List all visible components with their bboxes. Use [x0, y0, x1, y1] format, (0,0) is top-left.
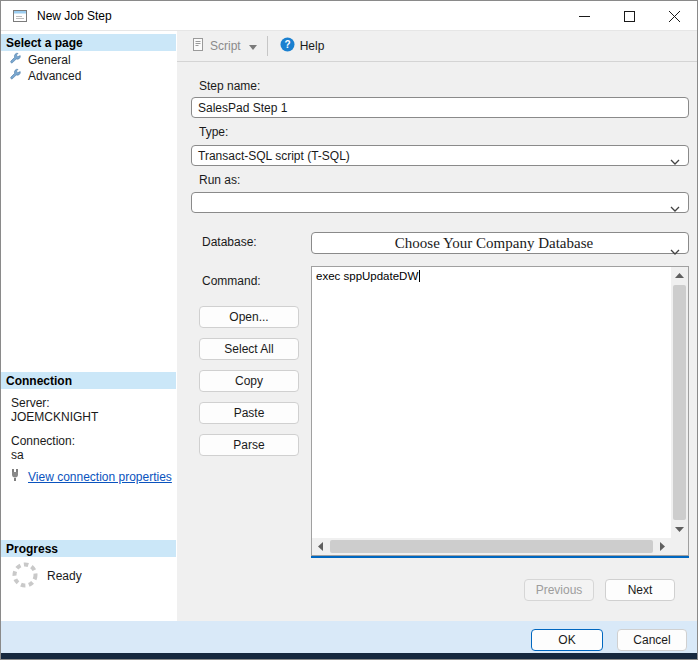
close-button[interactable]	[652, 1, 697, 31]
run-as-label: Run as:	[199, 173, 240, 187]
command-textarea[interactable]: exec sppUpdateDW	[311, 266, 689, 556]
script-dropdown-caret-icon[interactable]	[249, 39, 257, 53]
chevron-down-icon	[670, 154, 680, 168]
type-dropdown[interactable]: Transact-SQL script (T-SQL)	[191, 145, 689, 166]
step-name-input[interactable]	[191, 97, 689, 118]
script-button[interactable]: Script	[187, 34, 261, 58]
horizontal-scrollbar[interactable]	[312, 538, 671, 555]
connection-properties-icon	[9, 468, 23, 485]
command-focus-underline	[311, 556, 689, 558]
wrench-icon	[9, 52, 22, 68]
progress-header: Progress	[1, 540, 176, 557]
copy-button[interactable]: Copy	[199, 370, 299, 392]
scrollbar-corner	[671, 538, 688, 555]
connection-label: Connection:	[11, 434, 75, 448]
chevron-down-icon	[670, 242, 680, 259]
step-name-label: Step name:	[199, 79, 260, 93]
script-icon	[191, 37, 205, 55]
horizontal-scrollbar-thumb[interactable]	[330, 540, 653, 553]
select-all-button[interactable]: Select All	[199, 338, 299, 360]
sidebar-item-general[interactable]: General	[1, 52, 176, 68]
text-cursor	[419, 270, 420, 282]
svg-text:?: ?	[284, 39, 290, 50]
sidebar-item-advanced[interactable]: Advanced	[1, 68, 176, 84]
dialog-icon	[12, 8, 28, 24]
help-label: Help	[300, 39, 325, 53]
chevron-down-icon	[670, 201, 680, 215]
view-connection-properties-link[interactable]: View connection properties	[28, 470, 172, 484]
minimize-button[interactable]	[562, 1, 607, 31]
sidebar: Select a page General Advanced Connectio…	[1, 31, 177, 621]
window-title: New Job Step	[37, 9, 112, 23]
scroll-right-arrow-icon[interactable]	[654, 538, 671, 555]
database-label: Database:	[202, 235, 257, 249]
database-dropdown[interactable]: Choose Your Company Database	[311, 232, 689, 254]
window-controls	[562, 1, 697, 31]
view-connection-properties-row: View connection properties	[9, 468, 172, 485]
vertical-scrollbar-thumb[interactable]	[673, 285, 686, 520]
paste-button[interactable]: Paste	[199, 402, 299, 424]
vertical-scrollbar[interactable]	[671, 267, 688, 538]
sidebar-item-label: Advanced	[28, 69, 81, 83]
run-as-dropdown[interactable]	[191, 192, 689, 213]
scroll-left-arrow-icon[interactable]	[312, 538, 329, 555]
title-bar: New Job Step	[1, 1, 697, 31]
open-button[interactable]: Open...	[199, 306, 299, 328]
bottom-accent-strip	[1, 653, 697, 660]
server-value: JOEMCKNIGHT	[11, 410, 98, 424]
progress-spinner-icon	[11, 561, 39, 592]
toolbar-separator	[267, 36, 268, 56]
parse-button[interactable]: Parse	[199, 434, 299, 456]
help-icon: ?	[280, 37, 295, 55]
connection-header: Connection	[1, 372, 176, 389]
select-a-page-header: Select a page	[1, 34, 176, 51]
scroll-down-arrow-icon[interactable]	[671, 521, 688, 538]
wrench-icon	[9, 68, 22, 84]
progress-status: Ready	[47, 569, 82, 583]
server-label: Server:	[11, 396, 50, 410]
ok-button[interactable]: OK	[531, 629, 603, 651]
new-job-step-dialog: New Job Step Select a page General	[0, 0, 698, 660]
help-button[interactable]: ? Help	[276, 34, 329, 58]
command-text: exec sppUpdateDW	[316, 270, 668, 282]
footer-bar: OK Cancel	[1, 621, 697, 653]
maximize-button[interactable]	[607, 1, 652, 31]
next-button[interactable]: Next	[605, 579, 675, 601]
sidebar-item-label: General	[28, 53, 71, 67]
toolbar: Script ? Help	[177, 31, 697, 62]
previous-button[interactable]: Previous	[524, 579, 594, 601]
command-label: Command:	[202, 274, 261, 288]
script-label: Script	[210, 39, 241, 53]
connection-value: sa	[11, 448, 24, 462]
type-label: Type:	[199, 125, 228, 139]
cancel-button[interactable]: Cancel	[617, 629, 687, 651]
main-panel: Script ? Help Step name: Type:	[177, 31, 697, 621]
database-dropdown-value: Choose Your Company Database	[395, 235, 593, 252]
scroll-up-arrow-icon[interactable]	[671, 267, 688, 284]
type-dropdown-value: Transact-SQL script (T-SQL)	[198, 149, 350, 163]
